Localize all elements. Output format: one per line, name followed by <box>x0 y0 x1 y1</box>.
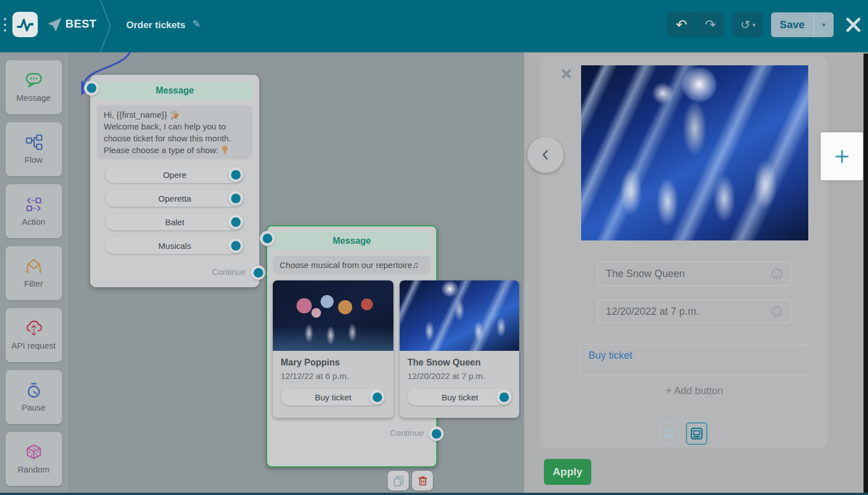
output-port[interactable] <box>370 390 384 404</box>
message-text-bubble[interactable]: Choose musical from our repertoire♫ <box>273 256 431 274</box>
card-image-preview[interactable] <box>581 65 808 240</box>
continue-output-port[interactable] <box>251 265 265 280</box>
sidebar-item-label: Filter <box>24 279 43 288</box>
card-image-mary-poppins <box>273 280 393 351</box>
pulse-icon <box>15 15 36 35</box>
continue-row: Continue <box>97 265 253 280</box>
emoji-picker-button[interactable] <box>771 306 783 318</box>
delete-node-button[interactable] <box>412 471 433 490</box>
card-title: Mary Poppins <box>281 358 386 368</box>
card-title-input[interactable] <box>606 268 767 280</box>
sidebar-item-flow[interactable]: Flow <box>6 122 62 176</box>
card-button-editor[interactable]: Buy ticket <box>581 344 808 376</box>
plus-icon <box>835 149 849 164</box>
layout-toggle-small[interactable] <box>660 422 679 444</box>
apply-button[interactable]: Apply <box>544 459 591 485</box>
smiley-icon <box>771 306 783 318</box>
redo-button[interactable]: ↷ <box>697 12 724 37</box>
duplicate-node-button[interactable] <box>388 471 409 490</box>
emoji-picker-button[interactable] <box>771 268 783 280</box>
input-port[interactable] <box>260 231 275 246</box>
undo-button[interactable]: ↶ <box>667 12 696 37</box>
card-carousel: Mary Poppins 12/12/22 at 6 p.m. Buy tick… <box>273 280 519 418</box>
sidebar-item-filter[interactable]: Filter <box>6 246 62 300</box>
history-button[interactable]: ↺▾ <box>733 12 763 37</box>
sidebar-item-label: API request <box>11 341 55 350</box>
sidebar-item-label: Action <box>22 217 46 226</box>
output-port[interactable] <box>497 390 511 404</box>
sidebar-item-random[interactable]: Random <box>6 432 62 486</box>
quick-reply-button[interactable]: Opere <box>105 166 244 183</box>
action-icon <box>24 196 43 213</box>
header-separator <box>99 0 113 52</box>
layout-toggle-large-active[interactable] <box>686 422 707 445</box>
sidebar-item-message[interactable]: Message <box>6 60 62 114</box>
card-button[interactable]: Buy ticket <box>281 389 386 405</box>
bottom-edge-strip <box>0 493 868 495</box>
node-title: Message <box>97 82 253 100</box>
sidebar-item-label: Flow <box>25 155 43 164</box>
message-node-1[interactable]: Message Hi, {{first_name}} Welcome back,… <box>90 75 259 287</box>
history-icon: ↺ <box>740 18 750 32</box>
add-button-button[interactable]: + Add button <box>581 376 808 407</box>
telegram-plane-icon <box>47 17 62 32</box>
card-image-snow-queen <box>400 280 519 351</box>
node-toolbar <box>388 471 433 490</box>
save-dropdown-caret[interactable]: ▾ <box>813 12 834 37</box>
edit-title-icon[interactable]: ✎ <box>192 18 201 30</box>
add-card-button[interactable] <box>821 132 863 180</box>
continue-label: Continue <box>212 267 246 277</box>
node-title: Message <box>273 232 431 250</box>
card-subtitle-input[interactable] <box>606 306 767 318</box>
smiley-icon <box>771 268 783 280</box>
carousel-prev-button[interactable] <box>528 137 564 173</box>
close-editor-icon[interactable] <box>845 16 862 33</box>
scrollbar-track[interactable] <box>863 53 868 493</box>
carousel-card[interactable]: The Snow Queen 12/20/2022 at 7 p.m. Buy … <box>400 280 519 418</box>
output-port[interactable] <box>228 191 243 206</box>
api-request-icon <box>24 320 43 337</box>
card-editor: Buy ticket + Add button <box>540 56 827 448</box>
pause-icon <box>24 382 43 399</box>
output-port[interactable] <box>228 238 243 253</box>
sidebar-item-label: Pause <box>21 403 46 412</box>
clap-emoji-icon <box>170 110 180 119</box>
message-node-2-selected[interactable]: Message Choose musical from our repertoi… <box>266 225 437 467</box>
continue-label: Continue <box>390 428 424 438</box>
block-palette: Message Flow Action <box>0 52 68 493</box>
remove-card-icon[interactable] <box>561 69 572 79</box>
music-note-emoji-icon: ♫ <box>412 260 419 270</box>
save-button[interactable]: Save <box>771 12 813 37</box>
bot-name: BEST <box>65 17 96 30</box>
flow-canvas[interactable]: Message Hi, {{first_name}} Welcome back,… <box>68 52 524 493</box>
output-port[interactable] <box>228 167 243 182</box>
sidebar-item-pause[interactable]: Pause <box>6 370 62 424</box>
quick-reply-button[interactable]: Balet <box>105 213 244 230</box>
chevron-left-icon <box>539 148 552 162</box>
continue-output-port[interactable] <box>429 426 444 441</box>
image-ratio-toggles <box>540 422 827 445</box>
input-port[interactable] <box>84 81 99 96</box>
filter-icon <box>24 258 43 275</box>
card-subtitle: 12/12/22 at 6 p.m. <box>281 371 386 381</box>
trash-icon <box>417 475 429 487</box>
continue-row: Continue <box>273 426 431 441</box>
card-layout-icon <box>664 427 675 439</box>
menu-dots-icon[interactable] <box>4 18 6 32</box>
chevron-down-icon: ▾ <box>752 21 756 29</box>
sidebar-item-action[interactable]: Action <box>6 184 62 238</box>
quick-reply-button[interactable]: Musicals <box>105 237 244 254</box>
card-editor-panel: Buy ticket + Add button <box>524 52 868 493</box>
quick-reply-button[interactable]: Operetta <box>105 190 244 207</box>
copy-icon <box>392 475 405 487</box>
random-dice-icon <box>24 444 43 461</box>
flow-title: Order tickets <box>126 20 185 31</box>
sidebar-item-api-request[interactable]: API request <box>6 308 62 362</box>
card-title: The Snow Queen <box>408 358 511 368</box>
point-down-emoji-icon <box>221 145 229 155</box>
message-text-bubble[interactable]: Hi, {{first_name}} Welcome back, I can h… <box>97 105 253 159</box>
output-port[interactable] <box>228 215 243 229</box>
card-button[interactable]: Buy ticket <box>408 389 512 405</box>
carousel-card[interactable]: Mary Poppins 12/12/22 at 6 p.m. Buy tick… <box>273 280 393 418</box>
app-logo[interactable] <box>12 12 38 37</box>
